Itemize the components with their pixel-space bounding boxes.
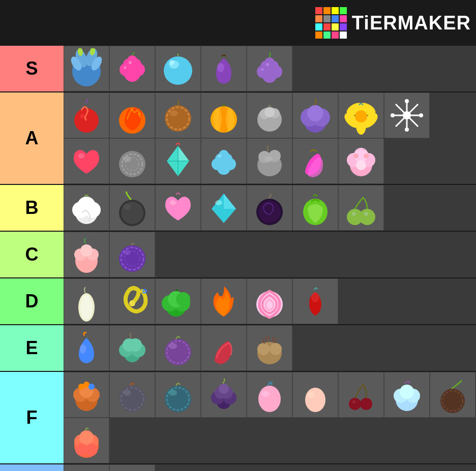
- svg-point-121: [176, 292, 190, 306]
- svg-point-61: [78, 153, 84, 159]
- list-item[interactable]: [64, 325, 109, 371]
- logo-cell: [340, 7, 347, 14]
- svg-point-19: [217, 63, 224, 72]
- list-item[interactable]: [201, 92, 247, 138]
- list-item[interactable]: [109, 92, 155, 138]
- list-item[interactable]: [201, 325, 247, 371]
- tier-label-e: E: [0, 325, 64, 371]
- header: TiERMAKER: [0, 0, 476, 46]
- svg-point-165: [308, 392, 315, 398]
- logo-cell: [315, 23, 322, 30]
- svg-point-151: [165, 386, 191, 412]
- list-item[interactable]: [64, 92, 109, 138]
- svg-point-45: [307, 105, 323, 121]
- svg-point-104: [352, 212, 356, 216]
- logo-cell: [323, 32, 331, 39]
- svg-point-80: [264, 156, 273, 162]
- list-item[interactable]: [64, 232, 109, 277]
- list-item[interactable]: [109, 325, 155, 371]
- list-item[interactable]: [155, 278, 201, 324]
- list-item[interactable]: [384, 92, 430, 138]
- svg-point-85: [356, 160, 366, 170]
- list-item[interactable]: [64, 46, 109, 91]
- list-item[interactable]: [292, 372, 338, 418]
- list-item[interactable]: [201, 278, 247, 324]
- tier-items-e: [64, 325, 476, 371]
- tier-label-a: A: [0, 92, 64, 184]
- list-item[interactable]: [109, 464, 155, 471]
- logo-cell: [340, 32, 347, 39]
- list-item[interactable]: [338, 92, 384, 138]
- list-item[interactable]: [247, 92, 292, 138]
- list-item[interactable]: [64, 278, 109, 324]
- svg-point-130: [165, 339, 191, 365]
- list-item[interactable]: [292, 278, 338, 324]
- list-item[interactable]: [109, 138, 155, 184]
- list-item[interactable]: [201, 138, 247, 184]
- svg-point-168: [352, 400, 355, 403]
- list-item[interactable]: [109, 185, 155, 231]
- list-item[interactable]: [64, 138, 109, 184]
- tier-row-d: D: [0, 278, 476, 325]
- tier-items-b: [64, 185, 476, 231]
- list-item[interactable]: [338, 138, 384, 184]
- list-item[interactable]: [64, 372, 109, 418]
- svg-point-87: [364, 153, 369, 159]
- svg-point-57: [405, 99, 409, 103]
- svg-point-91: [77, 197, 96, 215]
- list-item[interactable]: [155, 138, 201, 184]
- svg-point-33: [170, 110, 178, 116]
- logo-cell: [332, 7, 339, 14]
- svg-point-167: [360, 398, 372, 410]
- svg-point-60: [419, 113, 423, 117]
- tier-row-f: F: [0, 372, 476, 464]
- list-item[interactable]: [247, 46, 292, 91]
- svg-point-26: [266, 63, 269, 66]
- svg-point-15: [124, 67, 127, 69]
- list-item[interactable]: [292, 138, 338, 184]
- list-item[interactable]: [109, 46, 155, 91]
- list-item[interactable]: [292, 92, 338, 138]
- list-item[interactable]: [247, 372, 292, 418]
- list-item[interactable]: [109, 372, 155, 418]
- list-item[interactable]: [201, 46, 247, 91]
- svg-point-56: [403, 111, 411, 119]
- svg-line-140: [275, 338, 277, 343]
- list-item[interactable]: [338, 185, 384, 231]
- list-item[interactable]: [247, 185, 292, 231]
- svg-point-172: [400, 385, 414, 399]
- list-item[interactable]: [338, 372, 384, 418]
- svg-point-159: [219, 384, 229, 394]
- logo-cell: [340, 15, 347, 22]
- list-item[interactable]: [155, 46, 201, 91]
- tier-label-s: S: [0, 46, 64, 91]
- svg-point-41: [264, 107, 275, 117]
- list-item[interactable]: [201, 185, 247, 231]
- svg-point-160: [258, 386, 281, 412]
- list-item[interactable]: [247, 138, 292, 184]
- list-item[interactable]: [155, 372, 201, 418]
- list-item[interactable]: [64, 185, 109, 231]
- list-item[interactable]: [109, 278, 155, 324]
- list-item[interactable]: [292, 185, 338, 231]
- list-item[interactable]: [155, 92, 201, 138]
- svg-point-123: [311, 292, 319, 302]
- svg-point-94: [123, 204, 131, 210]
- list-item[interactable]: [64, 464, 109, 471]
- list-item[interactable]: [247, 325, 292, 371]
- tier-row-trash: Trash: [0, 464, 476, 471]
- list-item[interactable]: [430, 372, 475, 418]
- list-item[interactable]: [109, 232, 155, 277]
- svg-point-178: [79, 430, 94, 445]
- svg-marker-97: [224, 194, 236, 209]
- tier-label-trash: Trash: [0, 464, 64, 471]
- logo-cell: [332, 15, 339, 22]
- list-item[interactable]: [64, 418, 109, 463]
- list-item[interactable]: [155, 325, 201, 371]
- list-item[interactable]: [247, 278, 292, 324]
- list-item[interactable]: [201, 372, 247, 418]
- list-item[interactable]: [155, 185, 201, 231]
- list-item[interactable]: [384, 372, 430, 418]
- tier-items-d: [64, 278, 476, 324]
- tier-row-c: C: [0, 232, 476, 278]
